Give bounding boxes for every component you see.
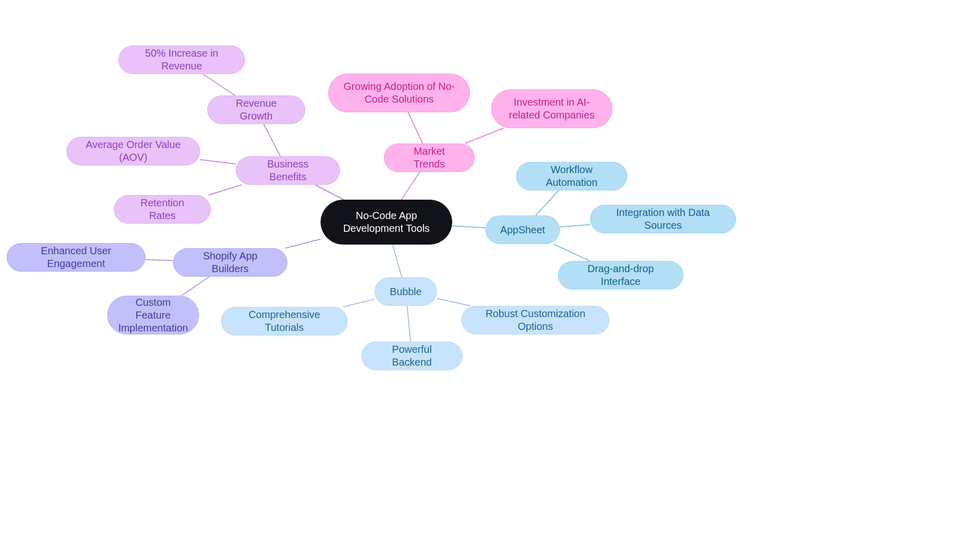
node-bubble[interactable]: Bubble xyxy=(375,277,437,306)
node-market-trends[interactable]: Market Trends xyxy=(384,143,475,172)
edge-center-shopify xyxy=(285,239,321,248)
edge-bubble-tutorials xyxy=(343,299,375,307)
edge-center-business-benefits xyxy=(315,185,344,200)
node-revenue-50-label: 50% Increase in Revenue xyxy=(133,47,230,73)
edge-shopify-engagement xyxy=(145,260,173,261)
edge-appsheet-workflow xyxy=(536,190,559,215)
node-workflow-label: Workflow Automation xyxy=(531,163,612,189)
node-dragdrop[interactable]: Drag-and-drop Interface xyxy=(558,261,683,290)
edge-market-trends-growing-adoption xyxy=(408,112,423,143)
node-retention-label: Retention Rates xyxy=(129,197,196,222)
node-dragdrop-label: Drag-and-drop Interface xyxy=(573,262,669,288)
node-backend[interactable]: Powerful Backend xyxy=(361,342,462,370)
node-ai-investment-label: Investment in AI-related Companies xyxy=(506,96,598,122)
node-tutorials-label: Comprehensive Tutorials xyxy=(236,308,333,334)
edge-business-benefits-aov xyxy=(200,159,236,164)
node-integration[interactable]: Integration with Data Sources xyxy=(590,205,736,233)
node-market-trends-label: Market Trends xyxy=(399,145,460,171)
node-revenue-growth[interactable]: Revenue Growth xyxy=(207,95,305,124)
edge-revenue-growth-revenue-50 xyxy=(203,74,235,95)
edge-appsheet-integration xyxy=(560,225,590,227)
edge-bubble-customization xyxy=(437,298,471,306)
edge-business-benefits-revenue-growth xyxy=(264,124,281,156)
node-appsheet[interactable]: AppSheet xyxy=(485,215,560,244)
node-custom-feature-label: Custom Feature Implementation xyxy=(118,296,188,334)
edge-shopify-custom-feature xyxy=(182,277,209,296)
node-shopify[interactable]: Shopify App Builders xyxy=(173,248,287,277)
node-retention[interactable]: Retention Rates xyxy=(114,195,211,224)
node-growing-adoption[interactable]: Growing Adoption of No-Code Solutions xyxy=(328,74,470,112)
node-integration-label: Integration with Data Sources xyxy=(605,206,721,232)
node-shopify-label: Shopify App Builders xyxy=(188,250,273,275)
node-appsheet-label: AppSheet xyxy=(500,224,545,236)
node-center-label: No-Code App Development Tools xyxy=(335,209,437,235)
node-growing-adoption-label: Growing Adoption of No-Code Solutions xyxy=(343,80,455,106)
node-workflow[interactable]: Workflow Automation xyxy=(516,162,627,190)
edge-center-appsheet xyxy=(452,226,485,228)
node-ai-investment[interactable]: Investment in AI-related Companies xyxy=(491,89,612,128)
node-center[interactable]: No-Code App Development Tools xyxy=(321,200,452,245)
node-tutorials[interactable]: Comprehensive Tutorials xyxy=(221,307,348,335)
edge-bubble-backend xyxy=(407,306,411,342)
node-engagement[interactable]: Enhanced User Engagement xyxy=(7,243,145,272)
node-aov-label: Average Order Value (AOV) xyxy=(81,138,185,164)
node-customization-label: Robust Customization Options xyxy=(476,307,595,333)
edge-center-market-trends xyxy=(401,172,420,200)
edge-appsheet-dragdrop xyxy=(553,244,590,261)
node-customization[interactable]: Robust Customization Options xyxy=(461,306,609,334)
edge-layer xyxy=(0,0,980,553)
edge-business-benefits-retention xyxy=(209,185,242,195)
node-business-benefits[interactable]: Business Benefits xyxy=(236,156,340,185)
node-revenue-growth-label: Revenue Growth xyxy=(222,97,290,123)
node-business-benefits-label: Business Benefits xyxy=(251,158,325,183)
edge-market-trends-ai-investment xyxy=(465,128,503,143)
node-aov[interactable]: Average Order Value (AOV) xyxy=(66,137,200,165)
edge-center-bubble xyxy=(393,245,402,277)
node-bubble-label: Bubble xyxy=(390,285,422,298)
node-backend-label: Powerful Backend xyxy=(376,343,448,369)
node-custom-feature[interactable]: Custom Feature Implementation xyxy=(107,296,199,334)
node-revenue-50[interactable]: 50% Increase in Revenue xyxy=(118,45,245,74)
node-engagement-label: Enhanced User Engagement xyxy=(21,245,131,270)
